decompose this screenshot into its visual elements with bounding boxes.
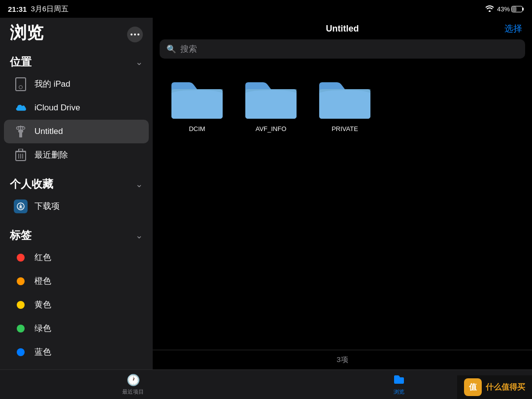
green-tag-dot [17,325,25,332]
usb-icon [14,125,28,138]
folder-label-private: PRIVATE [332,125,358,133]
search-icon: 🔍 [166,44,176,54]
content-title: Untitled [326,24,359,34]
sidebar-item-tag-orange[interactable]: 橙色 [4,269,149,293]
sidebar-item-label: 红色 [34,252,51,263]
section-location[interactable]: 位置 ⌄ [0,45,153,72]
sidebar-item-recently-deleted[interactable]: 最近删除 [4,143,149,167]
main-layout: 浏览 位置 ⌄ 我的 iPad [0,18,532,369]
sidebar-item-tag-blue[interactable]: 蓝色 [4,340,149,364]
status-icons: 43% [485,5,524,13]
folder-item-dcim[interactable]: DCIM [167,75,227,133]
sidebar-item-icloud[interactable]: iCloud Drive [4,96,149,120]
sidebar-item-downloads[interactable]: 下载项 [4,195,149,218]
folder-item-private[interactable]: PRIVATE [315,75,374,133]
icloud-icon [14,101,28,115]
status-date: 3月6日周五 [31,4,68,14]
sidebar-item-untitled[interactable]: Untitled [4,120,149,143]
sidebar-item-label: Untitled [34,127,63,136]
svg-rect-2 [512,6,517,11]
chevron-down-icon: ⌄ [135,230,143,241]
sidebar-item-tag-red[interactable]: 红色 [4,246,149,269]
sidebar-item-tag-yellow[interactable]: 黄色 [4,293,149,317]
more-button[interactable] [127,27,143,42]
folder-label-dcim: DCIM [189,125,205,133]
blue-tag-dot [17,348,25,356]
tab-browse-label: 浏览 [394,388,404,396]
sidebar-item-label: 蓝色 [34,346,51,358]
svg-rect-11 [19,149,23,151]
browse-icon [393,374,405,387]
select-button[interactable]: 选择 [504,23,522,34]
folder-item-avf-info[interactable]: AVF_INFO [241,75,300,133]
search-bar[interactable]: 🔍 搜索 [160,39,525,59]
sidebar: 浏览 位置 ⌄ 我的 iPad [0,18,153,369]
folder-icon-avf-info [241,75,300,122]
tab-recents[interactable]: 🕐 最近项目 [0,370,266,399]
tab-recents-label: 最近项目 [122,388,144,396]
section-location-label: 位置 [10,55,32,69]
chevron-down-icon: ⌄ [135,57,143,67]
sidebar-item-label: 绿色 [34,323,51,334]
search-placeholder: 搜索 [180,43,197,55]
content-area: Untitled 选择 🔍 搜索 DCIM [153,18,532,369]
svg-rect-1 [523,7,524,10]
download-icon [14,200,28,213]
chevron-down-icon: ⌄ [135,179,143,190]
section-tags[interactable]: 标签 ⌄ [0,218,153,246]
sidebar-item-label: 橙色 [34,275,51,287]
sidebar-header: 浏览 [0,18,153,45]
section-favorites[interactable]: 个人收藏 ⌄ [0,167,153,195]
tab-bar: 🕐 最近项目 浏览 值 什么值得买 [0,369,532,399]
section-tags-label: 标签 [10,228,32,243]
battery-icon: 43% [497,5,524,13]
watermark: 值 什么值得买 [457,375,532,399]
ipad-icon [14,77,28,91]
svg-point-7 [17,127,19,129]
sidebar-item-my-ipad[interactable]: 我的 iPad [4,72,149,96]
folders-grid: DCIM AVF_INFO PRIVATE [153,66,532,350]
sidebar-item-label: 我的 iPad [34,78,70,90]
status-bar: 21:31 3月6日周五 43% [0,0,532,18]
watermark-logo: 值 [464,378,482,396]
folder-label-avf-info: AVF_INFO [256,125,287,133]
recents-icon: 🕐 [127,374,140,387]
watermark-text: 什么值得买 [486,382,525,393]
item-count: 3项 [336,355,348,365]
yellow-tag-dot [17,301,25,309]
trash-icon [14,148,28,162]
content-header: Untitled 选择 [153,18,532,39]
sidebar-item-label: 最近删除 [34,149,68,161]
sidebar-item-label: 黄色 [34,299,51,310]
sidebar-item-label: iCloud Drive [34,103,80,113]
content-footer: 3项 [153,350,532,369]
browse-title: 浏览 [10,23,43,43]
svg-rect-4 [18,130,23,133]
wifi-icon [485,5,494,13]
status-time: 21:31 [8,5,27,13]
sidebar-item-tag-green[interactable]: 绿色 [4,317,149,340]
sidebar-item-tag-purple[interactable]: 紫色 [4,364,149,369]
svg-point-8 [23,127,25,129]
folder-icon-dcim [167,75,227,122]
sidebar-item-label: 下载项 [34,200,60,212]
orange-tag-dot [17,277,25,285]
red-tag-dot [17,254,25,262]
section-favorites-label: 个人收藏 [10,177,53,192]
folder-icon-private [315,75,374,122]
